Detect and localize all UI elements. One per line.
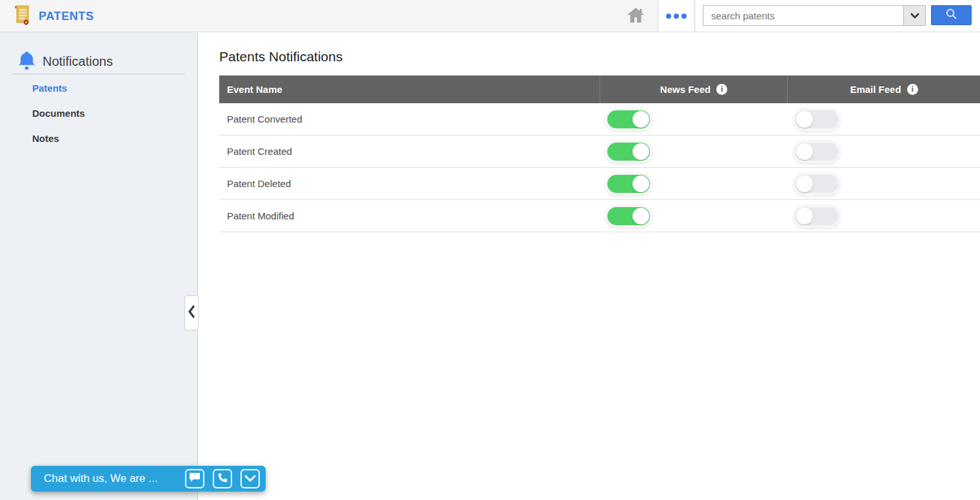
news-feed-toggle[interactable] [607, 175, 650, 193]
toggle-knob [632, 111, 649, 128]
search-button[interactable] [931, 5, 972, 25]
app-logo: PATENTS [14, 0, 94, 32]
home-icon [626, 6, 645, 27]
email-feed-toggle[interactable] [796, 110, 838, 128]
news-feed-toggle[interactable] [607, 110, 650, 128]
news-feed-toggle[interactable] [607, 207, 650, 225]
table-header: Event Name News Feed i Email Feed i [219, 75, 980, 103]
email-feed-toggle[interactable] [796, 207, 838, 225]
email-feed-toggle[interactable] [796, 143, 838, 161]
search-combo [703, 5, 926, 26]
search-section [696, 0, 980, 32]
chat-bubble-icon [189, 472, 201, 485]
sidebar-divider [13, 74, 185, 74]
toggle-knob [796, 208, 813, 225]
notifications-table: Event Name News Feed i Email Feed i Pate… [219, 75, 980, 232]
ellipsis-icon [666, 14, 687, 19]
toggle-knob [796, 111, 813, 128]
toggle-knob [632, 175, 649, 192]
table-row: Patent Modified [219, 200, 980, 232]
chat-label: Chat with us, We are ... [31, 472, 185, 485]
chevron-left-icon [187, 303, 196, 323]
search-icon [945, 8, 957, 23]
event-name: Patent Converted [219, 114, 600, 125]
top-bar: PATENTS [0, 0, 980, 32]
chat-widget[interactable]: Chat with us, We are ... [31, 466, 266, 492]
patent-document-icon [14, 5, 31, 28]
sidebar-item-patents[interactable]: Patents [32, 83, 85, 94]
chat-call-button[interactable] [213, 469, 232, 488]
home-button[interactable] [624, 6, 647, 26]
phone-icon [217, 472, 228, 486]
sidebar-item-notes[interactable]: Notes [32, 133, 85, 144]
toggle-knob [796, 143, 813, 160]
toggle-knob [632, 143, 649, 160]
bell-icon [18, 50, 35, 73]
toggle-knob [796, 175, 813, 192]
sidebar-collapse-button[interactable] [184, 295, 199, 330]
sidebar-nav: Patents Documents Notes [32, 83, 85, 158]
search-input[interactable] [703, 6, 903, 25]
app-title: PATENTS [39, 10, 94, 23]
event-name: Patent Modified [219, 210, 600, 221]
sidebar: Notifications Patents Documents Notes [0, 32, 198, 500]
page-title: Patents Notifications [219, 49, 342, 65]
column-header-event-name: Event Name [219, 75, 600, 103]
table-row: Patent Created [219, 135, 980, 168]
table-row: Patent Converted [219, 103, 980, 135]
event-name: Patent Created [219, 146, 600, 157]
column-header-email-feed: Email Feed i [787, 75, 980, 103]
event-name: Patent Deleted [219, 178, 600, 189]
table-body: Patent Converted Patent Created Patent D… [219, 103, 980, 232]
search-scope-dropdown[interactable] [903, 6, 925, 25]
toggle-knob [632, 208, 649, 225]
chevron-down-icon [244, 473, 256, 485]
chevron-down-icon [910, 10, 920, 21]
table-row: Patent Deleted [219, 168, 980, 200]
main-content: Patents Notifications Event Name News Fe… [198, 32, 980, 500]
chat-minimize-button[interactable] [240, 469, 260, 488]
column-header-news-feed: News Feed i [600, 75, 787, 103]
info-icon[interactable]: i [907, 84, 918, 95]
more-options-button[interactable] [658, 0, 695, 32]
chat-message-button[interactable] [185, 469, 204, 488]
email-feed-toggle[interactable] [796, 175, 838, 193]
info-icon[interactable]: i [716, 84, 727, 95]
news-feed-toggle[interactable] [607, 143, 650, 161]
sidebar-title: Notifications [43, 54, 113, 69]
sidebar-item-documents[interactable]: Documents [32, 108, 85, 119]
